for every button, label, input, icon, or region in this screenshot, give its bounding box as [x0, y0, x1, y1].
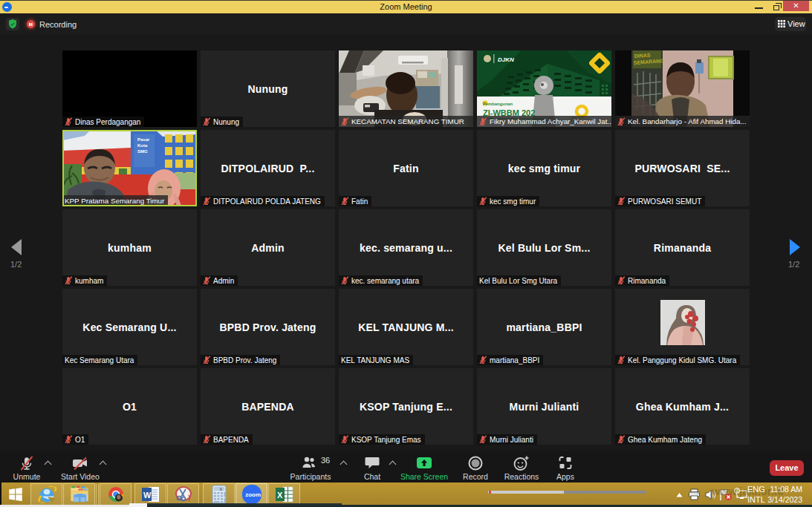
svg-text:8: 8	[220, 488, 222, 491]
svg-text:W: W	[143, 491, 152, 500]
svg-text:X: X	[277, 491, 283, 500]
svg-text:Pembangunan: Pembangunan	[483, 102, 513, 106]
svg-text:zoom: zoom	[245, 491, 261, 498]
svg-text:DJKN: DJKN	[498, 56, 514, 63]
